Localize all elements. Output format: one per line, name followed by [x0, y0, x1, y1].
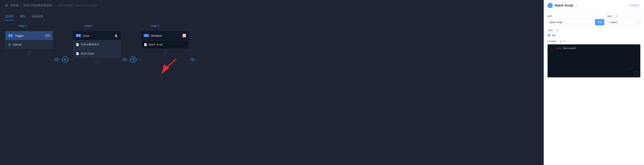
red-arrow [150, 57, 180, 79]
batch-step[interactable]: 📄 Batch Script [141, 40, 189, 49]
connector-line-2b [136, 60, 141, 60]
type-label: Type： [548, 29, 555, 32]
code-content: echo %message% [556, 47, 576, 50]
stage-3-label[interactable]: stage-3 [150, 24, 159, 27]
expand-btn[interactable]: ⤢ [634, 71, 638, 76]
right-panel: > Batch Script ↗ 引用变量 ∨ 插件： 重选 版本： [544, 0, 644, 165]
version-select-wrapper: 1.latest 1.0 latest ▼ [607, 19, 640, 25]
panel-title-text: Batch Script [555, 4, 573, 7]
content-label-row: Content： ★ ⓘ [548, 40, 640, 43]
pipeline-icon: ⚙ [5, 3, 8, 7]
plugin-input[interactable] [548, 19, 595, 25]
plugin-input-row: 重选 [548, 19, 604, 25]
shell-step[interactable]: 📄 Shell Script [73, 49, 121, 58]
right-panel-header: > Batch Script ↗ 引用变量 ∨ [544, 0, 644, 11]
ref-vars-icon: ∨ [638, 4, 640, 7]
breadcrumb-sep2: > [54, 4, 56, 7]
breadcrumb-pipeline[interactable]: 流水线 [10, 4, 18, 7]
ref-vars-btn[interactable]: 引用变量 ∨ [628, 4, 640, 7]
plugin-group: 插件： 重选 [548, 15, 604, 25]
add-circle-1: + [27, 51, 31, 55]
stage-circle-2[interactable] [130, 56, 136, 63]
panel-title: Batch Script ↗ [555, 4, 626, 7]
pipeline-canvas-panel: ⚙ 流水线 > 示例三(流水线变量使用) > 版本 10 保存于 2021-12… [0, 0, 544, 165]
bat-radio[interactable] [548, 34, 550, 37]
panel-collapse-btn[interactable]: > [548, 3, 553, 8]
stage-3-num: 3-1 [144, 34, 149, 37]
expand-icon: ⤢ [636, 72, 638, 75]
shell-label: Shell Script [81, 52, 94, 55]
bat-label: bat [552, 34, 555, 37]
line-number-1: 1 [550, 47, 553, 50]
editor-arrow-decoration: ↘ [629, 67, 632, 70]
type-section: Type： ★ bat [548, 29, 640, 37]
code-editor[interactable]: 1 echo %message% ↘ ⤢ [548, 44, 640, 77]
version-info-icon[interactable]: ⓘ [615, 15, 618, 18]
stage-1-num: 1-1 [8, 34, 13, 37]
bat-radio-row[interactable]: bat [548, 34, 640, 37]
add-circle-2: + [95, 60, 99, 64]
breadcrumb-example[interactable]: 示例三(流水线变量使用) [23, 4, 52, 7]
add-step-2[interactable]: + [73, 59, 121, 65]
echo-keyword: echo [556, 47, 562, 50]
tab-notification[interactable]: 通知 [20, 15, 26, 20]
manual-step[interactable]: 👤 Manual [5, 40, 53, 49]
stage-1-label[interactable]: stage-1 [18, 24, 27, 27]
collapse-icon: > [550, 4, 551, 7]
ref-vars-text: 引用变量 [628, 4, 638, 7]
tab-pipeline[interactable]: 流水线 [5, 15, 14, 20]
version-group: 版本： ⓘ 1.latest 1.0 latest ▼ [607, 15, 640, 25]
script-icon-3: 📄 [144, 43, 147, 46]
plugin-reset-btn[interactable]: 重选 [595, 19, 604, 25]
python-step[interactable]: 📄 Python脚本执行 [73, 40, 121, 49]
stage-2-label[interactable]: stage-2 [84, 24, 93, 27]
windows-icon: 🪟 [182, 33, 186, 38]
script-icon-1: 📄 [76, 43, 79, 46]
windows-name: Windows [151, 34, 180, 37]
add-step-1[interactable]: + [5, 50, 53, 56]
linux-header[interactable]: 2-1 Linux 🐧 [73, 31, 121, 40]
type-label-row: Type： ★ [548, 29, 640, 32]
plugin-version-row: 插件： 重选 版本： ⓘ 1.latest 1.0 latest [548, 15, 640, 25]
stage-add-btn-1[interactable]: + [55, 58, 58, 61]
trigger-header[interactable]: 1-1 Trigger 1个 [5, 31, 53, 40]
stage-add-btn-2[interactable]: + [123, 58, 126, 61]
script-icon-2: 📄 [76, 52, 79, 55]
tabs-bar: 流水线 通知 基础设置 [0, 11, 544, 20]
version-label: 版本： [607, 15, 614, 18]
pipeline-canvas: stage-1 stage-2 stage-3 1-1 Trigger 1个 👤… [0, 20, 544, 165]
add-step-3[interactable]: + [141, 50, 189, 56]
content-info-icon[interactable]: ⓘ [563, 40, 566, 42]
stage-2-block: 2-1 Linux 🐧 📄 Python脚本执行 📄 Shell Script … [73, 31, 121, 65]
connector-dashed [189, 60, 200, 60]
breadcrumb: ⚙ 流水线 > 示例三(流水线变量使用) > 版本 10 保存于 2021-12… [0, 0, 544, 11]
windows-header[interactable]: 3-1 Windows 🪟 [141, 31, 189, 40]
stage-add-btn-3[interactable]: + [191, 58, 194, 61]
stage-2-num: 2-1 [76, 34, 81, 37]
breadcrumb-sep1: > [20, 4, 22, 7]
stage-circle-1[interactable] [62, 56, 68, 63]
content-required-icon: ★ [560, 40, 562, 43]
manual-label: Manual [13, 43, 21, 46]
code-var: %message% [563, 47, 576, 50]
type-required-icon: ★ [556, 29, 558, 32]
plugin-label: 插件： [548, 15, 604, 18]
add-circle-3: + [163, 51, 167, 55]
connector-line-1b [68, 60, 73, 60]
tab-settings[interactable]: 基础设置 [32, 15, 43, 20]
stage-3-block: 3-1 Windows 🪟 📄 Batch Script + [141, 31, 189, 56]
linux-name: Linux [83, 34, 112, 37]
content-section: Content： ★ ⓘ 1 echo %message% ↘ ⤢ [548, 40, 640, 77]
code-line-1: 1 echo %message% [550, 47, 638, 50]
breadcrumb-version: 版本 10 保存于 2021-12-10 11:36:55 [58, 4, 97, 7]
person-icon: 👤 [8, 43, 11, 46]
linux-icon: 🐧 [114, 33, 118, 38]
trigger-badge: 1个 [45, 34, 50, 37]
trigger-name: Trigger [15, 34, 43, 37]
content-label: Content： [548, 40, 558, 43]
python-label: Python脚本执行 [81, 43, 99, 46]
right-panel-body: 插件： 重选 版本： ⓘ 1.latest 1.0 latest [544, 11, 644, 165]
version-select[interactable]: 1.latest 1.0 latest [607, 19, 640, 25]
batch-label: Batch Script [149, 43, 162, 46]
external-link-icon[interactable]: ↗ [575, 4, 577, 7]
